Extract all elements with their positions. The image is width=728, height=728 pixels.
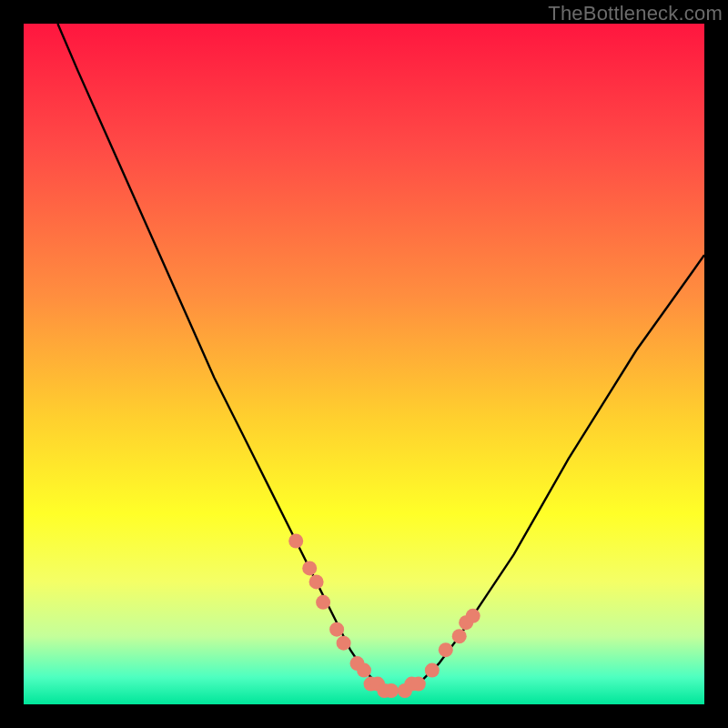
marker-point: [302, 561, 317, 575]
marker-point: [384, 683, 399, 698]
marker-point: [309, 574, 324, 589]
watermark-text: TheBottleneck.com: [548, 2, 723, 25]
gradient-background: [24, 24, 704, 704]
marker-point: [316, 595, 330, 610]
marker-point: [357, 663, 371, 678]
marker-point: [425, 663, 440, 678]
marker-point: [337, 636, 351, 651]
marker-point: [439, 642, 453, 657]
chart-svg: [24, 24, 704, 704]
marker-point: [411, 677, 426, 692]
marker-point: [452, 629, 467, 643]
marker-point: [288, 534, 303, 549]
marker-point: [329, 622, 344, 637]
marker-point: [466, 609, 480, 623]
chart-frame: [24, 24, 704, 704]
